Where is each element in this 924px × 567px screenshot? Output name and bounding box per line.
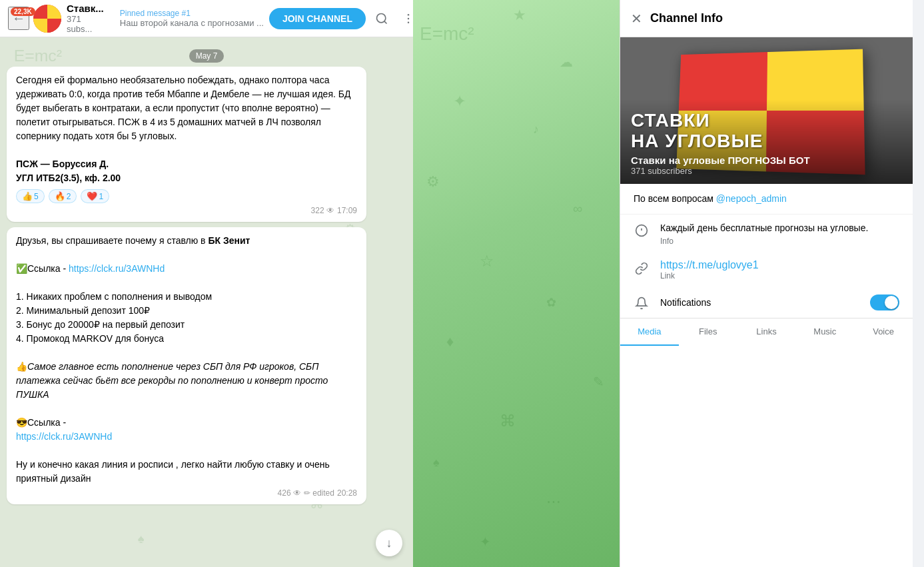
chat-background-panel: E=mc² ★ ☁ ✦ ♪ ⚙ ∞ ☆ ✿ ♦ ✎ ⌘ ♠ ⋯ ✦ — [413, 0, 620, 567]
subscriber-count: 371 subs... — [67, 14, 104, 34]
svg-rect-0 — [33, 5, 47, 19]
bell-icon — [634, 295, 650, 311]
notifications-row: Notifications — [620, 287, 913, 318]
reaction-fire[interactable]: 🔥 2 — [49, 189, 77, 203]
media-tabs: Media Files Links Music Voice — [620, 318, 913, 346]
avatar[interactable] — [33, 5, 61, 33]
svg-text:⚙: ⚙ — [426, 173, 440, 190]
chat-messages: E=mc² ★ ☁ ♪ ✦ ⚙ 🎲 ∞ ✎ ☆ ♦ ✿ ⋯ ⌘ ♠ May 7 — [0, 37, 413, 567]
admin-handle-link[interactable]: @nepoch_admin — [716, 193, 787, 204]
tab-media[interactable]: Media — [620, 318, 679, 346]
chat-panel: 22,3K ← Ставк... 371 subs... Pinned mess… — [0, 0, 413, 567]
svg-point-6 — [408, 13, 410, 15]
svg-point-7 — [408, 17, 410, 19]
channel-link-row: https://t.me/uglovye1 Link — [620, 253, 913, 287]
svg-rect-2 — [33, 19, 47, 33]
doodle-background: E=mc² ★ ☁ ✦ ♪ ⚙ ∞ ☆ ✿ ♦ ✎ ⌘ ♠ ⋯ ✦ — [413, 0, 620, 567]
message-views: 322 👁 — [311, 206, 334, 215]
svg-rect-3 — [47, 19, 61, 33]
channel-name: Ставк... — [67, 3, 104, 14]
admin-info-content: По всем вопросам @nepoch_admin — [634, 192, 899, 206]
message-bubble: Сегодня ей формально необязательно побеж… — [7, 67, 366, 222]
close-info-button[interactable]: ✕ — [631, 11, 642, 27]
header-info[interactable]: Ставк... 371 subs... — [67, 3, 104, 34]
affiliate-link-1[interactable]: https://clck.ru/3AWNHd — [69, 263, 165, 274]
message-text-2: Друзья, вы спрашиваете почему я ставлю в… — [16, 234, 357, 486]
svg-text:♪: ♪ — [533, 123, 539, 136]
svg-text:★: ★ — [513, 7, 526, 23]
pinned-text: Наш второй канала с прогнозами ... — [120, 18, 264, 28]
svg-text:✦: ✦ — [453, 92, 466, 110]
reactions: 👍 5 🔥 2 ❤️ 1 — [16, 189, 357, 203]
svg-text:E=mc²: E=mc² — [14, 47, 62, 65]
chat-header: 22,3K ← Ставк... 371 subs... Pinned mess… — [0, 0, 413, 37]
message-meta: 322 👁 17:09 — [16, 206, 357, 215]
tab-music[interactable]: Music — [795, 318, 854, 346]
channel-banner: СТАВКИ НА УГЛОВЫЕ Ставки на угловые ПРОГ… — [620, 37, 913, 184]
svg-point-4 — [376, 13, 385, 22]
info-panel-title: Channel Info — [650, 11, 723, 25]
message-time: 17:09 — [337, 206, 357, 215]
match-name: ПСЖ — Боруссия Д. — [16, 159, 109, 169]
channel-link-content: https://t.me/uglovye1 Link — [660, 259, 899, 281]
channel-description-content: Каждый день бесплатные прогнозы на углов… — [660, 221, 899, 246]
bet-info: УГЛ ИТБ2(3.5), кф. 2.00 — [16, 173, 121, 183]
notifications-label: Notifications — [660, 297, 859, 308]
svg-text:⋯: ⋯ — [546, 493, 561, 510]
banner-channel-name: Ставки на угловые ПРОГНОЗЫ БОТ — [631, 155, 902, 166]
join-channel-button[interactable]: JOIN CHANNEL — [269, 8, 366, 29]
message-bubble-2: Друзья, вы спрашиваете почему я ставлю в… — [7, 227, 366, 504]
reaction-thumbsup[interactable]: 👍 5 — [16, 189, 45, 203]
search-button[interactable] — [371, 9, 392, 28]
svg-text:E=mc²: E=mc² — [420, 23, 474, 44]
info-sub-label: Info — [660, 237, 899, 246]
svg-point-8 — [408, 21, 410, 23]
notifications-toggle[interactable] — [870, 294, 899, 310]
svg-text:☁: ☁ — [560, 55, 573, 69]
banner-text-line1: СТАВКИ — [631, 111, 902, 131]
info-header: ✕ Channel Info — [620, 0, 913, 37]
message-text: Сегодня ей формально необязательно побеж… — [16, 73, 357, 185]
pinned-label: Pinned message #1 — [120, 9, 264, 18]
svg-text:♠: ♠ — [138, 532, 145, 546]
svg-rect-1 — [47, 5, 61, 19]
channel-link[interactable]: https://t.me/uglovye1 — [660, 259, 759, 271]
svg-text:☆: ☆ — [480, 252, 494, 270]
unread-badge: 22,3K — [11, 7, 35, 16]
scroll-down-button[interactable]: ↓ — [376, 530, 402, 556]
toggle-knob — [885, 296, 898, 309]
admin-label: По всем вопросам @nepoch_admin — [634, 192, 899, 206]
tab-files[interactable]: Files — [679, 318, 737, 346]
svg-text:⌘: ⌘ — [500, 412, 516, 430]
message-edited: ✏ edited — [304, 488, 334, 498]
channel-description: Каждый день бесплатные прогнозы на углов… — [660, 221, 899, 235]
message-time-2: 20:28 — [337, 488, 357, 498]
link-sub-label: Link — [660, 271, 899, 281]
svg-text:✿: ✿ — [546, 296, 556, 309]
svg-text:✎: ✎ — [593, 374, 604, 389]
svg-text:♦: ♦ — [446, 333, 454, 350]
channel-description-row: Каждый день бесплатные прогнозы на углов… — [620, 215, 913, 253]
header-left-section: 22,3K ← — [8, 5, 61, 33]
tab-voice[interactable]: Voice — [854, 318, 913, 346]
header-actions: JOIN CHANNEL — [269, 8, 419, 29]
banner-subscribers: 371 subscribers — [631, 166, 902, 176]
reaction-heart[interactable]: ❤️ 1 — [81, 189, 109, 203]
channel-info-panel: ✕ Channel Info СТАВКИ НА УГЛОВЫЕ Ставки … — [620, 0, 913, 567]
svg-text:♠: ♠ — [433, 456, 440, 469]
message-views-2: 426 👁 — [278, 488, 301, 498]
link-icon — [634, 261, 650, 277]
pinned-message[interactable]: Pinned message #1 Наш второй канала с пр… — [120, 9, 264, 28]
svg-text:✦: ✦ — [480, 534, 491, 549]
tab-links[interactable]: Links — [737, 318, 796, 346]
affiliate-link-2[interactable]: https://clck.ru/3AWNHd — [16, 431, 112, 442]
svg-text:∞: ∞ — [573, 201, 582, 216]
svg-line-5 — [384, 21, 387, 23]
message-meta-2: 426 👁 ✏ edited 20:28 — [16, 488, 357, 498]
admin-info-row: По всем вопросам @nepoch_admin — [620, 184, 913, 215]
info-icon — [634, 223, 650, 239]
banner-text-line2: НА УГЛОВЫЕ — [631, 131, 902, 152]
